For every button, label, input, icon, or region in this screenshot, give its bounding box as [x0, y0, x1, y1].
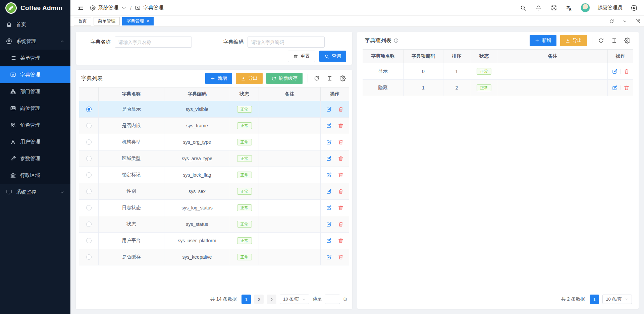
page-button-2[interactable]: 2	[254, 295, 264, 304]
row-radio-button[interactable]	[86, 156, 92, 161]
dict-table-row[interactable]: 是否内嵌 sys_frame 正常	[79, 118, 349, 134]
next-page-button[interactable]	[267, 295, 276, 304]
dict-table-row[interactable]: 状态 sys_status 正常	[79, 216, 349, 233]
sidebar-item-dict-mgmt[interactable]: 字典管理	[0, 66, 70, 83]
row-radio-button[interactable]	[86, 172, 92, 178]
export-item-button[interactable]: 导出	[560, 35, 587, 46]
row-radio-button[interactable]	[86, 189, 92, 194]
dict-table-row[interactable]: 锁定标记 sys_lock_flag 正常	[79, 167, 349, 183]
edit-icon[interactable]	[612, 85, 618, 91]
sidebar-item-user-mgmt[interactable]: 用户管理	[0, 133, 70, 150]
tab-menu-mgmt[interactable]: 菜单管理	[94, 17, 120, 25]
refresh-page-icon[interactable]	[605, 16, 618, 26]
edit-icon[interactable]	[326, 221, 332, 227]
page-button-1[interactable]: 1	[590, 295, 599, 304]
density-icon[interactable]	[610, 37, 618, 45]
edit-icon[interactable]	[326, 139, 332, 145]
sidebar-item-home[interactable]: 首页	[0, 16, 70, 33]
reload-table-icon[interactable]	[313, 74, 321, 82]
edit-icon[interactable]	[612, 68, 618, 74]
dict-table-row[interactable]: 用户平台 sys_user_platform 正常	[79, 233, 349, 249]
edit-icon[interactable]	[326, 172, 332, 178]
edit-icon[interactable]	[326, 155, 332, 162]
delete-icon[interactable]	[338, 205, 344, 211]
dict-table-row[interactable]: 是否缓存 sys_keepalive 正常	[79, 249, 349, 265]
row-radio-button[interactable]	[86, 205, 92, 210]
sidebar-item-dept-mgmt[interactable]: 部门管理	[0, 83, 70, 100]
maximize-icon[interactable]	[631, 16, 644, 26]
export-dict-button[interactable]: 导出	[236, 73, 263, 84]
sidebar-item-monitor[interactable]: 系统监控	[0, 184, 70, 200]
row-radio-button[interactable]	[86, 238, 92, 243]
query-button[interactable]: 查询	[319, 51, 346, 62]
tab-close-icon[interactable]: ✕	[146, 19, 149, 23]
dict-table-row[interactable]: 性别 sys_sex 正常	[79, 183, 349, 200]
dict-table-row[interactable]: 日志状态 sys_log_status 正常	[79, 200, 349, 216]
dict-code-input[interactable]	[248, 37, 325, 48]
breadcrumb-section[interactable]: 系统管理	[98, 5, 118, 11]
chevron-down-icon[interactable]	[618, 16, 631, 26]
add-item-button[interactable]: 新增	[530, 35, 556, 46]
delete-icon[interactable]	[624, 68, 630, 74]
item-table-row[interactable]: 显示 0 1 正常	[363, 63, 633, 80]
density-icon[interactable]	[326, 74, 334, 82]
delete-icon[interactable]	[624, 85, 630, 91]
row-radio-button[interactable]	[86, 254, 92, 260]
sidebar-item-param-mgmt[interactable]: 参数管理	[0, 150, 70, 167]
jump-page-input[interactable]	[325, 295, 340, 304]
edit-icon[interactable]	[326, 188, 332, 194]
translate-icon[interactable]: 文A	[565, 4, 573, 12]
sidebar-item-system[interactable]: 系统管理	[0, 33, 70, 50]
row-radio-button[interactable]	[86, 222, 92, 227]
edit-icon[interactable]	[326, 106, 332, 112]
delete-icon[interactable]	[338, 123, 344, 129]
dict-name-input[interactable]	[115, 37, 192, 48]
avatar[interactable]	[581, 3, 590, 12]
page-button-1[interactable]: 1	[241, 295, 251, 304]
add-dict-button[interactable]: 新增	[205, 73, 232, 84]
sidebar-item-region[interactable]: 行政区域	[0, 167, 70, 184]
username[interactable]: 超级管理员	[597, 5, 623, 11]
info-icon[interactable]	[393, 38, 399, 43]
delete-icon[interactable]	[338, 188, 344, 194]
dict-item-column: 字典项列表 新增 导出	[357, 32, 639, 309]
dict-table-row[interactable]: 是否显示 sys_visible 正常	[79, 101, 349, 118]
row-radio-button[interactable]	[86, 123, 92, 128]
delete-icon[interactable]	[338, 238, 344, 244]
dict-table-row[interactable]: 机构类型 sys_org_type 正常	[79, 134, 349, 150]
reset-button[interactable]: 重置	[288, 51, 315, 62]
tab-home[interactable]: 首页	[74, 17, 91, 25]
delete-icon[interactable]	[338, 254, 344, 260]
sidebar-item-post-mgmt[interactable]: 岗位管理	[0, 100, 70, 117]
page-size-select[interactable]: 10 条/页	[602, 295, 632, 304]
row-radio-button[interactable]	[86, 107, 92, 112]
collapse-sidebar-icon[interactable]	[76, 4, 85, 12]
delete-icon[interactable]	[338, 221, 344, 227]
fullscreen-icon[interactable]	[550, 4, 558, 12]
search-icon[interactable]	[519, 4, 527, 12]
plus-icon	[535, 38, 540, 43]
table-settings-gear-icon[interactable]	[623, 37, 631, 45]
tab-dict-mgmt[interactable]: 字典管理 ✕	[122, 17, 154, 25]
reload-table-icon[interactable]	[597, 37, 605, 45]
row-radio-button[interactable]	[86, 139, 92, 145]
ops-cell	[321, 183, 349, 200]
refresh-cache-button[interactable]: 刷新缓存	[266, 73, 303, 84]
delete-icon[interactable]	[338, 106, 344, 112]
tab-label: 菜单管理	[98, 18, 115, 24]
sidebar-item-menu-mgmt[interactable]: 菜单管理	[0, 50, 70, 66]
sidebar-item-role-mgmt[interactable]: 角色管理	[0, 117, 70, 133]
dict-table-row[interactable]: 区域类型 sys_area_type 正常	[79, 150, 349, 167]
table-settings-gear-icon[interactable]	[339, 74, 347, 82]
delete-icon[interactable]	[338, 155, 344, 162]
settings-gear-icon[interactable]	[630, 4, 638, 12]
edit-icon[interactable]	[326, 205, 332, 211]
edit-icon[interactable]	[326, 254, 332, 260]
page-size-select[interactable]: 10 条/页	[280, 295, 309, 304]
notification-bell-icon[interactable]	[534, 4, 542, 12]
item-table-row[interactable]: 隐藏 1 2 正常	[363, 80, 633, 96]
delete-icon[interactable]	[338, 172, 344, 178]
edit-icon[interactable]	[326, 123, 332, 129]
edit-icon[interactable]	[326, 238, 332, 244]
delete-icon[interactable]	[338, 139, 344, 145]
